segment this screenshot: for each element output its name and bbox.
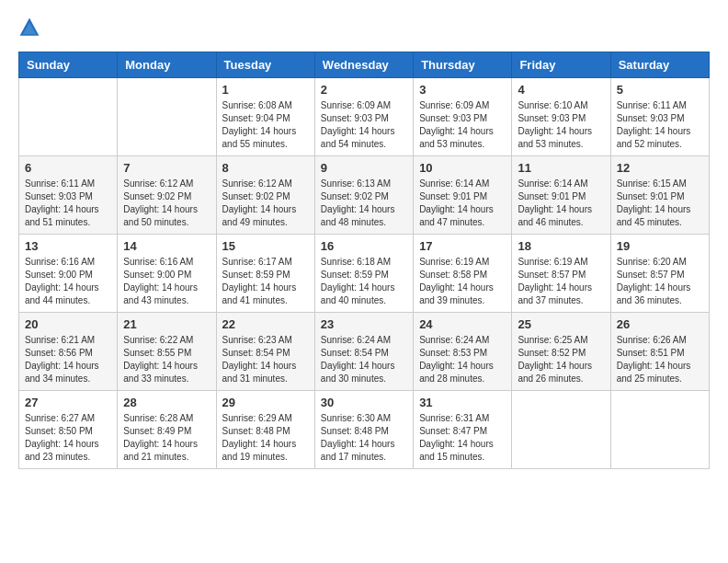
calendar-week-row: 20Sunrise: 6:21 AM Sunset: 8:56 PM Dayli… [19,313,710,391]
calendar-day-cell: 25Sunrise: 6:25 AM Sunset: 8:52 PM Dayli… [512,313,610,391]
calendar-week-row: 27Sunrise: 6:27 AM Sunset: 8:50 PM Dayli… [19,391,710,469]
day-number: 28 [123,396,210,409]
day-number: 18 [518,239,604,253]
day-number: 6 [25,161,111,175]
page-header [18,18,710,42]
day-number: 14 [123,239,210,253]
day-info: Sunrise: 6:08 AM Sunset: 9:04 PM Dayligh… [222,99,309,151]
day-number: 15 [222,239,309,253]
calendar-day-cell: 26Sunrise: 6:26 AM Sunset: 8:51 PM Dayli… [610,313,709,391]
day-info: Sunrise: 6:09 AM Sunset: 9:03 PM Dayligh… [321,99,407,151]
day-info: Sunrise: 6:21 AM Sunset: 8:56 PM Dayligh… [25,334,111,385]
calendar-day-cell: 27Sunrise: 6:27 AM Sunset: 8:50 PM Dayli… [19,391,118,469]
day-info: Sunrise: 6:12 AM Sunset: 9:02 PM Dayligh… [222,178,309,229]
calendar-day-cell [610,391,709,469]
day-number: 5 [617,83,703,97]
calendar-week-row: 1Sunrise: 6:08 AM Sunset: 9:04 PM Daylig… [19,78,710,156]
calendar-day-cell [118,78,216,156]
day-info: Sunrise: 6:24 AM Sunset: 8:54 PM Dayligh… [321,334,407,385]
calendar-day-cell: 6Sunrise: 6:11 AM Sunset: 9:03 PM Daylig… [19,156,118,235]
day-of-week-header: Thursday [414,52,512,78]
day-number: 2 [321,83,407,97]
day-number: 10 [419,161,506,175]
day-info: Sunrise: 6:26 AM Sunset: 8:51 PM Dayligh… [617,334,703,385]
day-number: 11 [518,161,604,175]
calendar-day-cell [19,78,118,156]
day-number: 19 [617,239,703,253]
day-info: Sunrise: 6:31 AM Sunset: 8:47 PM Dayligh… [419,412,506,464]
calendar-day-cell [512,391,610,469]
day-of-week-header: Friday [512,52,610,78]
day-number: 1 [222,83,309,97]
day-info: Sunrise: 6:14 AM Sunset: 9:01 PM Dayligh… [518,178,604,229]
day-of-week-header: Sunday [19,52,118,78]
day-number: 12 [617,161,703,175]
day-info: Sunrise: 6:27 AM Sunset: 8:50 PM Dayligh… [25,412,111,464]
calendar-day-cell: 28Sunrise: 6:28 AM Sunset: 8:49 PM Dayli… [118,391,216,469]
day-info: Sunrise: 6:13 AM Sunset: 9:02 PM Dayligh… [321,178,407,229]
calendar-day-cell: 4Sunrise: 6:10 AM Sunset: 9:03 PM Daylig… [512,78,610,156]
calendar-table: SundayMondayTuesdayWednesdayThursdayFrid… [18,52,710,469]
calendar-day-cell: 3Sunrise: 6:09 AM Sunset: 9:03 PM Daylig… [414,78,512,156]
calendar-body: 1Sunrise: 6:08 AM Sunset: 9:04 PM Daylig… [19,78,710,469]
calendar-day-cell: 11Sunrise: 6:14 AM Sunset: 9:01 PM Dayli… [512,156,610,235]
calendar-week-row: 13Sunrise: 6:16 AM Sunset: 9:00 PM Dayli… [19,235,710,313]
day-info: Sunrise: 6:11 AM Sunset: 9:03 PM Dayligh… [25,178,111,229]
calendar-day-cell: 7Sunrise: 6:12 AM Sunset: 9:02 PM Daylig… [118,156,216,235]
day-number: 22 [222,317,309,331]
day-number: 8 [222,161,309,175]
day-info: Sunrise: 6:11 AM Sunset: 9:03 PM Dayligh… [617,99,703,151]
day-number: 21 [123,317,210,331]
calendar-day-cell: 13Sunrise: 6:16 AM Sunset: 9:00 PM Dayli… [19,235,118,313]
day-info: Sunrise: 6:12 AM Sunset: 9:02 PM Dayligh… [123,178,210,229]
day-number: 17 [419,239,506,253]
day-info: Sunrise: 6:22 AM Sunset: 8:55 PM Dayligh… [123,334,210,385]
day-of-week-header: Saturday [610,52,709,78]
day-info: Sunrise: 6:16 AM Sunset: 9:00 PM Dayligh… [123,256,210,307]
day-number: 4 [518,83,604,97]
day-info: Sunrise: 6:24 AM Sunset: 8:53 PM Dayligh… [419,334,506,385]
calendar-day-cell: 30Sunrise: 6:30 AM Sunset: 8:48 PM Dayli… [314,391,413,469]
calendar-day-cell: 21Sunrise: 6:22 AM Sunset: 8:55 PM Dayli… [118,313,216,391]
day-info: Sunrise: 6:23 AM Sunset: 8:54 PM Dayligh… [222,334,309,385]
calendar-day-cell: 12Sunrise: 6:15 AM Sunset: 9:01 PM Dayli… [610,156,709,235]
day-info: Sunrise: 6:19 AM Sunset: 8:58 PM Dayligh… [419,256,506,307]
calendar-header: SundayMondayTuesdayWednesdayThursdayFrid… [19,52,710,78]
day-info: Sunrise: 6:28 AM Sunset: 8:49 PM Dayligh… [123,412,210,464]
day-header-row: SundayMondayTuesdayWednesdayThursdayFrid… [19,52,710,78]
day-info: Sunrise: 6:17 AM Sunset: 8:59 PM Dayligh… [222,256,309,307]
calendar-day-cell: 15Sunrise: 6:17 AM Sunset: 8:59 PM Dayli… [216,235,314,313]
calendar-day-cell: 1Sunrise: 6:08 AM Sunset: 9:04 PM Daylig… [216,78,314,156]
calendar-day-cell: 22Sunrise: 6:23 AM Sunset: 8:54 PM Dayli… [216,313,314,391]
day-number: 30 [321,396,407,409]
day-number: 26 [617,317,703,331]
day-number: 20 [25,317,111,331]
day-number: 29 [222,396,309,409]
calendar-day-cell: 10Sunrise: 6:14 AM Sunset: 9:01 PM Dayli… [414,156,512,235]
day-info: Sunrise: 6:25 AM Sunset: 8:52 PM Dayligh… [518,334,604,385]
calendar-day-cell: 23Sunrise: 6:24 AM Sunset: 8:54 PM Dayli… [314,313,413,391]
day-number: 27 [25,396,111,409]
day-number: 31 [419,396,506,409]
day-number: 23 [321,317,407,331]
day-info: Sunrise: 6:09 AM Sunset: 9:03 PM Dayligh… [419,99,506,151]
logo [18,18,44,42]
day-number: 13 [25,239,111,253]
day-number: 7 [123,161,210,175]
calendar-day-cell: 19Sunrise: 6:20 AM Sunset: 8:57 PM Dayli… [610,235,709,313]
calendar-day-cell: 5Sunrise: 6:11 AM Sunset: 9:03 PM Daylig… [610,78,709,156]
calendar-day-cell: 20Sunrise: 6:21 AM Sunset: 8:56 PM Dayli… [19,313,118,391]
calendar-day-cell: 31Sunrise: 6:31 AM Sunset: 8:47 PM Dayli… [414,391,512,469]
day-number: 24 [419,317,506,331]
day-info: Sunrise: 6:18 AM Sunset: 8:59 PM Dayligh… [321,256,407,307]
calendar-day-cell: 2Sunrise: 6:09 AM Sunset: 9:03 PM Daylig… [314,78,413,156]
day-info: Sunrise: 6:14 AM Sunset: 9:01 PM Dayligh… [419,178,506,229]
calendar-day-cell: 8Sunrise: 6:12 AM Sunset: 9:02 PM Daylig… [216,156,314,235]
day-info: Sunrise: 6:29 AM Sunset: 8:48 PM Dayligh… [222,412,309,464]
day-number: 25 [518,317,604,331]
logo-icon [18,17,40,39]
calendar-day-cell: 18Sunrise: 6:19 AM Sunset: 8:57 PM Dayli… [512,235,610,313]
calendar-day-cell: 14Sunrise: 6:16 AM Sunset: 9:00 PM Dayli… [118,235,216,313]
day-of-week-header: Tuesday [216,52,314,78]
calendar-day-cell: 17Sunrise: 6:19 AM Sunset: 8:58 PM Dayli… [414,235,512,313]
